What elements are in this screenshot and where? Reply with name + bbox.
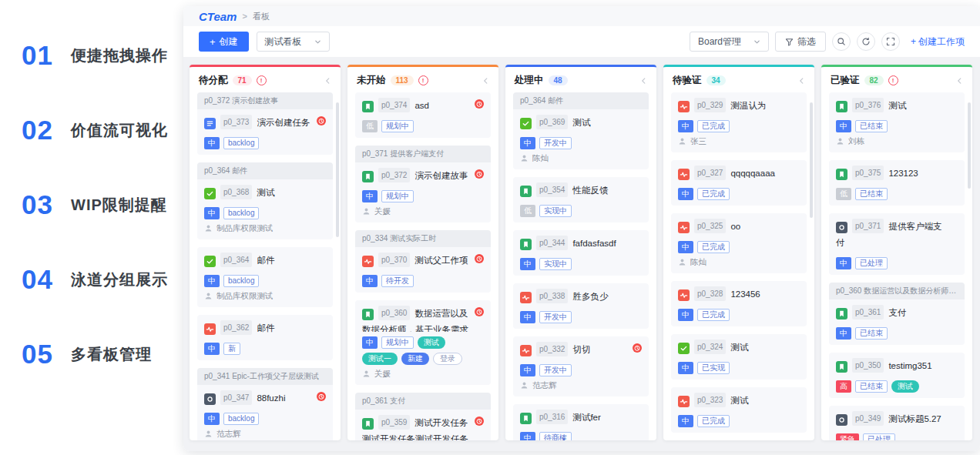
story-icon bbox=[520, 186, 532, 197]
card-id: p0_327 bbox=[694, 166, 726, 180]
kanban-card[interactable]: p0_372演示创建故事中规划中关媛 bbox=[355, 162, 491, 222]
chevron-down-icon bbox=[753, 38, 760, 45]
kanban-card[interactable]: p0_368测试中backlog制品库权限测试 bbox=[197, 179, 333, 239]
kanban-card[interactable]: p0_34788fuzhi中backlog范志辉 bbox=[197, 385, 333, 440]
card-tags: 中待开发 bbox=[362, 275, 484, 287]
kanban-card[interactable]: p0_327qqqqqaaaa中已完成 bbox=[671, 160, 807, 206]
kanban-card[interactable]: p0_360数据运营以及数据分析师，基于业务需求或产品需求...中规划中测试测试… bbox=[355, 300, 491, 385]
create-button[interactable]: + 创建 bbox=[199, 32, 249, 52]
column-header: 未开始113! bbox=[347, 67, 498, 92]
card-id: p0_325 bbox=[694, 219, 726, 233]
page: 01便捷拖拽操作02价值流可视化03WIP限制提醒04泳道分组展示05多看板管理… bbox=[0, 0, 980, 455]
urgent-tag: 紧急 bbox=[836, 433, 859, 440]
card-title: 测试fer bbox=[572, 413, 600, 422]
board-select[interactable]: 测试看板 bbox=[257, 32, 330, 52]
teal-tag: 测试 bbox=[418, 336, 445, 349]
card-block: p0_344fafdasfasdf中实现中 bbox=[513, 230, 649, 276]
scrollbar-thumb[interactable] bbox=[810, 102, 813, 218]
kanban-card[interactable]: p0_376测试中已结束刘栋 bbox=[829, 92, 965, 152]
search-icon[interactable] bbox=[832, 32, 851, 51]
kanban-card[interactable]: p0_369测试中开发中陈灿 bbox=[513, 109, 649, 169]
card-tags: 中已完成 bbox=[678, 188, 800, 200]
kanban-card[interactable]: p0_364邮件中backlog制品库权限测试 bbox=[197, 247, 333, 307]
kanban-card[interactable]: p0_354性能反馈低实现中 bbox=[513, 177, 649, 222]
column-title: 待分配 bbox=[199, 74, 228, 87]
low-tag: 低 bbox=[362, 120, 378, 132]
kanban-card[interactable]: p0_359测试开发任务测试开发任务测试开发任务测试开发任务中规划中测试新建登录… bbox=[355, 410, 491, 440]
story-icon bbox=[362, 309, 374, 320]
kanban-card[interactable]: p0_332切切中开发中范志辉 bbox=[513, 336, 649, 396]
mid-tag: 中 bbox=[678, 415, 693, 427]
column-count-badge: 113 bbox=[391, 75, 414, 85]
kanban-card[interactable]: p0_361支付中已结束 bbox=[829, 299, 965, 345]
collapse-column-icon[interactable] bbox=[798, 77, 805, 85]
feature-number: 02 bbox=[22, 115, 71, 146]
kanban-card[interactable]: p0_329测温认为中已完成张三 bbox=[671, 92, 807, 152]
toolbar-right: Board管理 筛选 + 创建工作项 bbox=[690, 32, 965, 52]
story-icon bbox=[836, 308, 847, 320]
card-title: asd bbox=[414, 101, 429, 110]
board-manage-select[interactable]: Board管理 bbox=[690, 32, 769, 52]
scrollbar-thumb[interactable] bbox=[336, 102, 339, 237]
kanban-card[interactable]: p0_328123456中已完成 bbox=[671, 281, 807, 326]
kanban-card[interactable]: p0_373演示创建任务中backlog bbox=[197, 109, 333, 155]
assignee-icon bbox=[520, 381, 529, 391]
status-tag: 规划中 bbox=[381, 336, 414, 349]
kanban-card[interactable]: p0_325oo中已完成陈灿 bbox=[671, 213, 807, 273]
kanban-card[interactable]: p0_374asd低规划中 bbox=[355, 92, 491, 138]
cteam-logo[interactable]: CTeam bbox=[199, 10, 237, 23]
story-icon bbox=[362, 101, 374, 112]
group-header: p0_364 邮件 bbox=[197, 162, 333, 179]
assignee-name: 范志辉 bbox=[216, 429, 241, 440]
card-id: p0_373 bbox=[220, 115, 252, 129]
assignee-name: 张三 bbox=[690, 136, 706, 147]
collapse-column-icon[interactable] bbox=[640, 77, 647, 85]
collapse-column-icon[interactable] bbox=[482, 77, 489, 85]
column-cards: p0_329测温认为中已完成张三p0_327qqqqqaaaa中已完成p0_32… bbox=[663, 92, 814, 440]
filter-button[interactable]: 筛选 bbox=[775, 32, 826, 52]
kanban-card[interactable]: p0_344fafdasfasdf中实现中 bbox=[513, 230, 649, 276]
status-tag: 实现中 bbox=[539, 205, 572, 217]
kanban-app-window: CTeam > 看板 + 创建 测试看板 Board管理 筛选 bbox=[183, 6, 980, 451]
card-block: p0_360数据运营以及数据分析师，基于业务需求或产品需求...中规划中测试测试… bbox=[355, 300, 491, 385]
mid-tag: 中 bbox=[678, 188, 693, 200]
kanban-card[interactable]: p0_370测试父工作项中待开发 bbox=[355, 247, 491, 293]
group-header: p0_360 数据运营以及数据分析师，基于... bbox=[829, 283, 965, 299]
card-title-row: p0_350testimg351 bbox=[836, 358, 958, 376]
kanban-card[interactable]: p0_349测试标题5.27紧急已处理 bbox=[829, 406, 965, 440]
card-block: p0_364 邮件p0_368测试中backlog制品库权限测试 bbox=[197, 162, 333, 239]
collapse-column-icon[interactable] bbox=[956, 77, 963, 85]
refresh-icon[interactable] bbox=[857, 32, 875, 51]
kanban-card[interactable]: p0_316测试fer中待商榷徐帆 bbox=[513, 404, 649, 440]
status-tag: 规划中 bbox=[381, 190, 414, 202]
kanban-card[interactable]: p0_324测试中已实现 bbox=[671, 334, 807, 380]
fullscreen-icon[interactable] bbox=[881, 32, 900, 51]
kanban-card[interactable]: p0_323测试中已完成 bbox=[671, 387, 807, 433]
feature-number: 03 bbox=[22, 189, 71, 220]
collapse-column-icon[interactable] bbox=[324, 77, 331, 85]
card-tags: 低已结束 bbox=[836, 188, 958, 200]
kanban-card[interactable]: p0_338胜多负少中开发中 bbox=[513, 283, 649, 329]
card-block: p0_362邮件中新 bbox=[197, 315, 333, 360]
kanban-card[interactable]: p0_371提供客户端支付中已处理 bbox=[829, 213, 965, 275]
kanban-card[interactable]: p0_375123123低已结束 bbox=[829, 160, 965, 206]
assignee-icon bbox=[362, 370, 371, 380]
card-title: 测试 bbox=[888, 101, 906, 110]
kanban-card[interactable]: p0_362邮件中新 bbox=[197, 315, 333, 360]
status-tag: 已完成 bbox=[697, 241, 730, 253]
card-id: p0_368 bbox=[220, 185, 252, 199]
story-icon bbox=[362, 418, 374, 430]
mid-tag: 中 bbox=[204, 207, 220, 219]
card-tags: 中开发中 bbox=[520, 311, 642, 323]
scrollbar-thumb[interactable] bbox=[968, 102, 971, 189]
card-tags: 中backlog bbox=[204, 137, 326, 149]
card-assignee: 制品库权限测试 bbox=[204, 291, 326, 302]
status-tag: 已处理 bbox=[855, 257, 888, 269]
card-id: p0_370 bbox=[378, 253, 410, 267]
card-assignee: 制品库权限测试 bbox=[204, 223, 326, 234]
card-block: p0_375123123低已结束 bbox=[829, 160, 965, 206]
create-work-item-link[interactable]: + 创建工作项 bbox=[911, 35, 965, 49]
card-assignee: 范志辉 bbox=[204, 429, 326, 440]
column-title: 未开始 bbox=[357, 74, 386, 87]
kanban-card[interactable]: p0_350testimg351高已结束测试 bbox=[829, 353, 965, 398]
